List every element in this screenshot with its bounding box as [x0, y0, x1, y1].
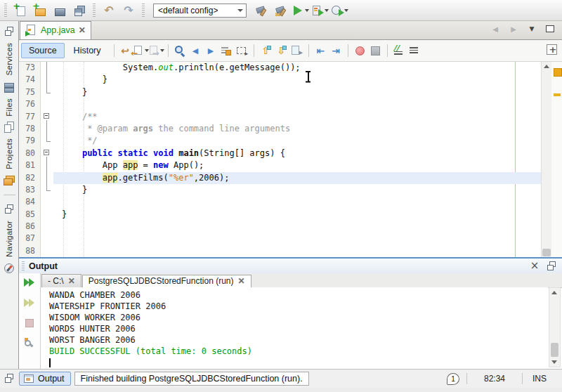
navigate-forward-button[interactable] [149, 44, 164, 58]
line-number[interactable]: 88 [19, 245, 41, 257]
run-project-button[interactable] [292, 1, 310, 20]
line-number[interactable]: 77 [19, 111, 41, 123]
toggle-bookmark-button[interactable] [289, 44, 304, 58]
output-window-button[interactable]: Output [19, 372, 71, 386]
toolbar-grip[interactable] [4, 4, 7, 18]
tab-app-java[interactable]: App.java ✕ [20, 21, 91, 39]
panel-grip[interactable] [22, 261, 25, 270]
line-number[interactable]: 82 [19, 172, 41, 184]
scroll-tabs-right-icon[interactable] [507, 22, 520, 35]
toolbar-grip[interactable] [142, 4, 145, 18]
sidebar-item-projects[interactable]: Projects [5, 138, 13, 169]
editor-vertical-scrollbar[interactable] [541, 62, 551, 257]
scrollbar-thumb[interactable] [551, 343, 558, 357]
chevron-down-icon[interactable] [304, 4, 311, 17]
code-line[interactable]: } [53, 86, 541, 98]
split-editor-icon[interactable] [546, 44, 558, 56]
stop-macro-recording-button[interactable] [368, 44, 383, 58]
uncomment-lines-button[interactable] [407, 44, 422, 58]
new-project-button[interactable] [31, 1, 49, 20]
line-number[interactable]: 84 [19, 196, 41, 208]
stop-build-button[interactable] [23, 317, 36, 329]
scroll-down-icon[interactable] [551, 360, 557, 364]
chevron-down-icon[interactable] [344, 4, 350, 17]
line-number[interactable]: 73 [19, 62, 41, 74]
line-number[interactable]: 74 [19, 74, 41, 86]
previous-bookmark-button[interactable] [259, 44, 273, 58]
clean-build-project-button[interactable] [272, 1, 290, 20]
files-icon[interactable] [3, 121, 15, 133]
line-number[interactable]: 85 [19, 209, 41, 221]
tab-postgresql-run[interactable]: PostgreSQLJDBCStoredFunction (run) ✕ [82, 275, 251, 288]
error-stripe[interactable] [551, 62, 562, 257]
find-previous-button[interactable] [188, 44, 203, 58]
shift-line-left-button[interactable] [313, 44, 328, 58]
line-number[interactable]: 86 [19, 221, 41, 233]
line-number[interactable]: 87 [19, 233, 41, 244]
debug-project-button[interactable] [311, 1, 329, 20]
sidebar-item-navigator[interactable]: Navigator [5, 221, 13, 257]
code-editor[interactable]: 73 System.out.println(e.getMessage());74… [19, 62, 541, 257]
close-icon[interactable]: ✕ [238, 277, 245, 285]
open-project-button[interactable] [51, 1, 69, 20]
code-line[interactable] [53, 245, 541, 257]
code-line[interactable] [53, 221, 541, 233]
code-line[interactable]: public static void main(String[] args) { [53, 148, 541, 159]
navigate-back-button[interactable] [133, 44, 148, 58]
projects-icon[interactable] [3, 174, 15, 187]
find-next-button[interactable] [204, 44, 218, 58]
find-selection-button[interactable] [173, 44, 188, 58]
toggle-rectangular-selection-button[interactable] [235, 44, 249, 58]
tab-c-drive[interactable]: - C:\ ✕ [41, 274, 81, 287]
undo-button[interactable] [100, 1, 118, 20]
code-line[interactable]: } [53, 184, 541, 196]
navigator-icon[interactable] [3, 262, 15, 275]
code-line[interactable]: } [53, 209, 541, 221]
line-number[interactable]: 78 [19, 123, 41, 135]
tab-list-dropdown-icon[interactable] [525, 22, 538, 35]
scrollbar-thumb[interactable] [542, 249, 551, 256]
chevron-down-icon[interactable] [324, 4, 330, 17]
scroll-up-icon[interactable] [544, 65, 549, 68]
chevron-down-icon[interactable] [159, 44, 166, 57]
code-line[interactable]: * @param args the command line arguments [53, 123, 541, 135]
close-icon[interactable]: ✕ [79, 26, 86, 34]
warning-mark[interactable] [554, 93, 561, 96]
code-line[interactable]: App app = new App(); [53, 159, 541, 171]
line-number[interactable]: 79 [19, 135, 41, 147]
view-history-button[interactable]: History [66, 43, 109, 58]
toggle-highlight-search-button[interactable] [219, 44, 234, 58]
services-icon[interactable] [3, 81, 15, 93]
minimized-window-group-icon[interactable] [3, 372, 15, 385]
line-number[interactable]: 75 [19, 86, 41, 98]
line-number[interactable]: 80 [19, 148, 41, 159]
start-macro-recording-button[interactable] [353, 44, 367, 58]
output-vertical-scrollbar[interactable] [549, 287, 561, 367]
insert-mode-indicator[interactable]: INS [530, 374, 556, 384]
profile-project-button[interactable] [331, 1, 349, 20]
view-source-button[interactable]: Source [21, 43, 65, 58]
rerun-button[interactable] [23, 276, 36, 289]
sidebar-item-files[interactable]: Files [5, 98, 13, 117]
fold-collapse-icon[interactable] [41, 111, 53, 123]
build-project-button[interactable] [252, 1, 270, 20]
new-file-button[interactable] [11, 1, 30, 20]
output-console[interactable]: WANDA CHAMBER 2006WATERSHIP FRONTIER 200… [41, 287, 548, 369]
code-line[interactable] [53, 196, 541, 208]
warning-status-icon[interactable] [554, 68, 562, 77]
code-line[interactable]: app.getFilms("%er",2006); [53, 172, 541, 184]
rerun-with-different-parameters-button[interactable] [23, 296, 36, 309]
line-number[interactable]: 81 [19, 159, 41, 171]
code-line[interactable] [53, 98, 541, 110]
toolbar-grip[interactable] [93, 4, 96, 18]
ant-settings-button[interactable] [23, 337, 36, 350]
redo-button[interactable] [119, 1, 138, 20]
save-all-button[interactable] [70, 1, 89, 20]
sidebar-item-services[interactable]: Services [5, 43, 13, 76]
code-line[interactable]: /** [53, 111, 541, 123]
float-panel-icon[interactable] [545, 260, 558, 273]
line-number[interactable]: 76 [19, 98, 41, 110]
maximize-window-icon[interactable] [544, 22, 556, 35]
minimized-window-group-icon[interactable] [3, 203, 15, 216]
scroll-up-icon[interactable] [551, 291, 557, 294]
